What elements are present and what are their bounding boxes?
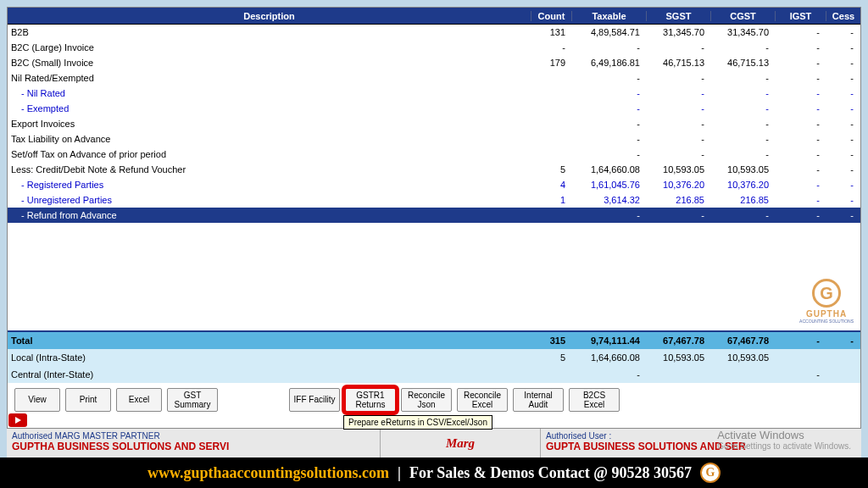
view-button[interactable]: View	[14, 388, 60, 412]
total-cess: -	[826, 336, 860, 346]
row-desc: B2C (Large) Invoice	[8, 42, 531, 53]
tooltip: Prepare eReturns in CSV/Excel/Json	[343, 415, 492, 430]
row-desc: Tax Liability on Advance	[8, 134, 531, 144]
row-igst: -	[776, 88, 826, 98]
local-taxable: 1,64,660.08	[572, 352, 647, 363]
table-row[interactable]: - Registered Parties41,61,045.7610,376.2…	[8, 177, 860, 192]
row-sgst: -	[647, 103, 711, 114]
row-cgst: 46,715.13	[711, 58, 776, 68]
table-row[interactable]: - Refund from Advance-----	[8, 208, 860, 223]
local-sgst: 10,593.05	[647, 352, 711, 363]
table-row[interactable]: - Exempted-----	[8, 101, 860, 116]
table-row[interactable]: - Nil Rated-----	[8, 86, 860, 101]
guptha-logo: G GUPTHA ACCOUNTING SOLUTIONS	[799, 279, 854, 324]
iff-facility-button[interactable]: IFF Facility	[289, 388, 340, 412]
col-header-description: Description	[8, 11, 531, 21]
table-header: Description Count Taxable SGST CGST IGST…	[8, 8, 860, 25]
row-igst: -	[776, 134, 826, 144]
table-row[interactable]: Less: Credit/Debit Note & Refund Voucher…	[8, 162, 860, 177]
row-cgst: -	[711, 210, 776, 220]
row-cgst: -	[711, 103, 776, 114]
row-cgst: -	[711, 42, 776, 53]
row-igst: -	[776, 149, 826, 159]
total-sgst: 67,467.78	[647, 336, 711, 346]
row-taxable: -	[572, 88, 647, 98]
row-desc: B2C (Small) Invoice	[8, 58, 531, 68]
marg-logo-text: Marg	[446, 436, 475, 451]
b2cs-excel-button[interactable]: B2CS Excel	[569, 388, 620, 412]
row-desc: - Nil Rated	[8, 88, 531, 98]
row-taxable: 3,614.32	[572, 195, 647, 205]
table-row[interactable]: Nil Rated/Exempted-----	[8, 70, 860, 86]
total-cgst: 67,467.78	[711, 336, 776, 346]
row-taxable: -	[572, 103, 647, 114]
row-cgst: -	[711, 73, 776, 83]
row-cess: -	[826, 27, 860, 37]
row-cess: -	[826, 119, 860, 129]
row-cess: -	[826, 134, 860, 144]
bottom-banner: www.gupthaaccountingsolutions.com | For …	[0, 458, 868, 488]
central-taxable: -	[572, 369, 647, 380]
internal-audit-button[interactable]: Internal Audit	[513, 388, 564, 412]
table-row[interactable]: B2B1314,89,584.7131,345.7031,345.70--	[8, 25, 860, 40]
partner-name: GUPTHA BUSINESS SOLUTIONS AND SERVI	[12, 441, 375, 452]
row-count: 4	[531, 180, 572, 190]
gstr1-returns-button[interactable]: GSTR1 Returns	[345, 388, 396, 412]
row-cess: -	[826, 195, 860, 205]
footer-mid: Marg	[380, 429, 541, 458]
row-count: 131	[531, 27, 572, 37]
summary-section: Total 315 9,74,111.44 67,467.78 67,467.7…	[8, 330, 860, 383]
row-cgst: -	[711, 88, 776, 98]
total-taxable: 9,74,111.44	[572, 336, 647, 346]
row-sgst: -	[647, 134, 711, 144]
row-taxable: -	[572, 73, 647, 83]
row-cess: -	[826, 180, 860, 190]
logo-subtext: ACCOUNTING SOLUTIONS	[799, 319, 854, 324]
play-icon[interactable]	[8, 413, 27, 427]
col-header-sgst: SGST	[647, 11, 711, 21]
local-count: 5	[531, 352, 572, 363]
logo-icon: G	[812, 279, 841, 308]
banner-site: www.gupthaaccountingsolutions.com	[147, 464, 389, 482]
row-igst: -	[776, 210, 826, 220]
table-row[interactable]: B2C (Large) Invoice------	[8, 40, 860, 55]
print-button[interactable]: Print	[65, 388, 111, 412]
gst-summary-button[interactable]: GST Summary	[167, 388, 218, 412]
row-cgst: 216.85	[711, 195, 776, 205]
row-igst: -	[776, 195, 826, 205]
local-cgst: 10,593.05	[711, 352, 776, 363]
reconcile-json-button[interactable]: Reconcile Json	[401, 388, 452, 412]
col-header-cess: Cess	[826, 11, 860, 21]
reconcile-excel-button[interactable]: Reconcile Excel	[457, 388, 508, 412]
table-row[interactable]: - Unregistered Parties13,614.32216.85216…	[8, 192, 860, 208]
central-row: Central (Inter-State) - -	[8, 366, 860, 383]
row-desc: - Refund from Advance	[8, 210, 531, 220]
row-cess: -	[826, 149, 860, 159]
table-row[interactable]: Tax Liability on Advance-----	[8, 131, 860, 147]
row-count: -	[531, 42, 572, 53]
row-sgst: -	[647, 42, 711, 53]
central-label: Central (Inter-State)	[8, 369, 531, 380]
total-row: Total 315 9,74,111.44 67,467.78 67,467.7…	[8, 332, 860, 349]
row-taxable: 6,49,186.81	[572, 58, 647, 68]
col-header-cgst: CGST	[711, 11, 776, 21]
row-desc: Export Invoices	[8, 119, 531, 129]
row-sgst: 31,345.70	[647, 27, 711, 37]
table-row[interactable]: Set/off Tax on Advance of prior period--…	[8, 147, 860, 162]
row-cess: -	[826, 164, 860, 175]
row-igst: -	[776, 27, 826, 37]
excel-button[interactable]: Excel	[116, 388, 162, 412]
table-row[interactable]: Export Invoices-----	[8, 116, 860, 131]
row-desc: - Unregistered Parties	[8, 195, 531, 205]
activate-line1: Activate Windows	[717, 429, 851, 441]
row-cess: -	[826, 42, 860, 53]
row-igst: -	[776, 73, 826, 83]
banner-logo-icon: G	[700, 463, 721, 483]
footer-left: Authorised MARG MASTER PARTNER GUPTHA BU…	[7, 429, 380, 458]
row-igst: -	[776, 180, 826, 190]
row-count: 1	[531, 195, 572, 205]
logo-text: GUPTHA	[799, 309, 854, 319]
row-taxable: 1,61,045.76	[572, 180, 647, 190]
row-cess: -	[826, 58, 860, 68]
table-row[interactable]: B2C (Small) Invoice1796,49,186.8146,715.…	[8, 55, 860, 70]
